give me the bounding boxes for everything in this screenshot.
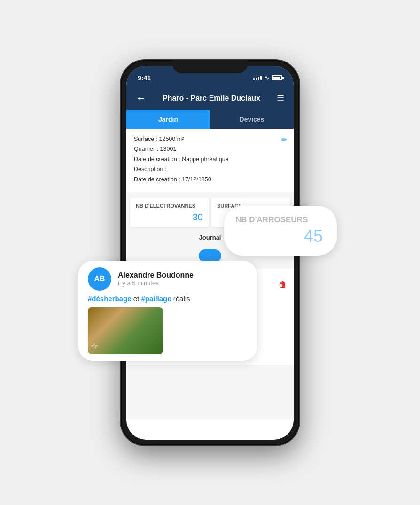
menu-button[interactable]: ☰ (277, 93, 284, 103)
surface-value: 12500 m² (159, 136, 184, 142)
tabs: Jardin Devices (126, 110, 294, 129)
tooltip-meta: Alexandre Boudonne il y a 5 minutes (118, 271, 194, 287)
date-creation-value: Nappe phréatique (182, 156, 228, 163)
tooltip-arroseurs: NB D'ARROSEURS 45 (224, 206, 337, 256)
tooltip-arroseurs-label: NB D'ARROSEURS (235, 215, 323, 225)
back-button[interactable]: ← (136, 92, 146, 104)
date-creation2-value: 17/12/1850 (182, 176, 211, 183)
phone-shell: 9:41 ∿ (121, 60, 299, 445)
stat-card-electrovannes: NB D'ÉLECTROVANNES 30 (130, 198, 209, 227)
edit-icon[interactable]: ✏ (281, 135, 287, 144)
quartier-value: 13001 (160, 146, 177, 152)
tooltip-avatar: AB (88, 267, 111, 291)
tooltip-star-icon[interactable]: ☆ (91, 341, 98, 351)
status-icons: ∿ (253, 75, 282, 81)
wifi-icon: ∿ (264, 75, 269, 81)
phone-notch (172, 60, 248, 73)
nav-title: Pharo - Parc Emile Duclaux (163, 94, 260, 102)
info-section: Surface : 12500 m² Quartier : 13001 Date… (126, 129, 294, 193)
status-time: 9:41 (138, 74, 151, 82)
stat-label-electrovannes: NB D'ÉLECTROVANNES (136, 202, 203, 209)
description-row: Description : (134, 165, 286, 174)
tooltip-text-end: réalis (171, 295, 190, 303)
tooltip-journal-header: AB Alexandre Boudonne il y a 5 minutes (88, 267, 248, 291)
tooltip-arroseurs-value: 45 (235, 226, 323, 246)
tooltip-time: il y a 5 minutes (118, 280, 194, 287)
tab-jardin[interactable]: Jardin (126, 110, 210, 129)
tooltip-hashtag-paillage: #paillage (141, 295, 171, 303)
tooltip-hashtag-desherbage: #désherbage (88, 295, 132, 303)
stat-value-electrovannes: 30 (136, 212, 203, 223)
date-creation2-row: Date de creation : 17/12/1850 (134, 176, 286, 184)
tooltip-journal: AB Alexandre Boudonne il y a 5 minutes #… (78, 261, 257, 361)
battery-icon (272, 75, 282, 80)
tooltip-text: #désherbage et #paillage réalis (88, 295, 248, 303)
tooltip-author: Alexandre Boudonne (118, 271, 194, 280)
quartier-row: Quartier : 13001 (134, 145, 286, 154)
surface-row: Surface : 12500 m² (134, 135, 286, 144)
date-creation-row: Date de creation : Nappe phréatique (134, 155, 286, 164)
tooltip-image: ☆ (88, 307, 163, 354)
signal-icon (253, 76, 262, 80)
nav-bar: ← Pharo - Parc Emile Duclaux ☰ (126, 86, 294, 110)
delete-icon[interactable]: 🗑 (279, 280, 287, 290)
tab-devices[interactable]: Devices (210, 110, 294, 129)
